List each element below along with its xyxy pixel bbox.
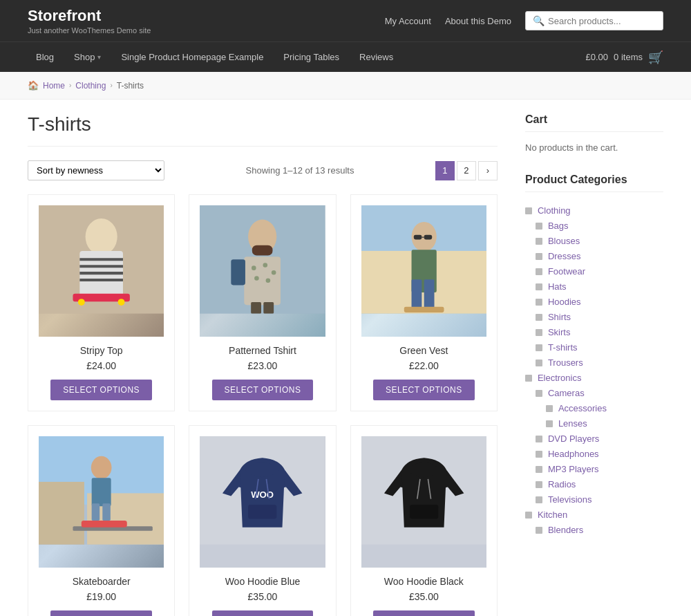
- select-options-button[interactable]: Select options: [50, 380, 152, 400]
- page-1-btn[interactable]: 1: [435, 161, 455, 180]
- select-options-button[interactable]: Select options: [212, 380, 314, 400]
- nav-blog[interactable]: Blog: [28, 42, 62, 72]
- select-options-button[interactable]: Select options: [373, 380, 475, 400]
- cat-electronics-link[interactable]: Electronics: [538, 373, 582, 383]
- folder-icon: [525, 512, 532, 519]
- nav-single-product[interactable]: Single Product Homepage Example: [113, 42, 272, 72]
- cat-mp3-link[interactable]: MP3 Players: [548, 464, 599, 474]
- site-tagline: Just another WooThemes Demo site: [28, 26, 151, 35]
- cart-widget-title: Cart: [525, 113, 663, 132]
- top-nav: My Account About this Demo 🔍: [385, 11, 663, 30]
- select-options-button[interactable]: Select options: [212, 610, 314, 616]
- cat-hoodies-link[interactable]: Hoodies: [548, 297, 581, 307]
- list-item: Hoodies: [525, 294, 663, 309]
- cat-blenders-link[interactable]: Blenders: [548, 525, 583, 535]
- svg-rect-30: [424, 279, 434, 310]
- svg-rect-29: [411, 279, 422, 310]
- main-nav: Blog Shop ▾ Single Product Homepage Exam…: [0, 41, 691, 72]
- cat-dvd-link[interactable]: DVD Players: [548, 433, 599, 444]
- cat-lenses-link[interactable]: Lenses: [558, 418, 587, 429]
- svg-rect-48: [410, 505, 438, 519]
- folder-icon: [536, 283, 542, 290]
- svg-point-18: [266, 278, 271, 283]
- list-item: Shirts: [525, 309, 663, 324]
- sort-select[interactable]: Sort by newness Sort by price: low to hi…: [28, 160, 164, 180]
- svg-point-14: [252, 265, 256, 270]
- folder-icon: [546, 420, 553, 427]
- top-bar: Storefront Just another WooThemes Demo s…: [0, 0, 691, 41]
- nav-shop[interactable]: Shop ▾: [66, 42, 109, 72]
- folder-icon: [536, 299, 542, 306]
- list-item: Trousers: [525, 355, 663, 370]
- search-input[interactable]: [548, 16, 659, 26]
- svg-rect-21: [264, 302, 274, 313]
- list-item: Lenses: [525, 416, 663, 431]
- svg-rect-37: [92, 478, 111, 506]
- categories-widget: Product Categories Clothing Bags Blouses: [525, 174, 663, 537]
- site-title: Storefront: [28, 7, 151, 25]
- svg-rect-31: [404, 307, 444, 312]
- list-item: Kitchen: [525, 507, 663, 522]
- nav-links: Blog Shop ▾ Single Product Homepage Exam…: [28, 42, 401, 72]
- product-card: Green Vest £22.00 Select options: [350, 194, 498, 411]
- my-account-link[interactable]: My Account: [385, 16, 431, 26]
- breadcrumb-clothing[interactable]: Clothing: [75, 81, 106, 91]
- cat-tshirts-link[interactable]: T-shirts: [548, 342, 578, 353]
- cat-trousers-link[interactable]: Trousers: [548, 357, 583, 368]
- svg-text:WOO: WOO: [252, 489, 274, 500]
- about-demo-link[interactable]: About this Demo: [445, 16, 511, 26]
- product-card: Skateboarder £19.00 Select options: [28, 425, 175, 616]
- product-name: Patterned Tshirt: [200, 345, 325, 356]
- cat-kitchen-link[interactable]: Kitchen: [538, 510, 567, 520]
- cat-televisions-link[interactable]: Televisions: [548, 494, 592, 505]
- cat-dresses-link[interactable]: Dresses: [548, 251, 581, 261]
- breadcrumb-sep-2: ›: [110, 82, 112, 89]
- folder-icon: [536, 223, 542, 230]
- product-image: [361, 205, 486, 337]
- list-item: Blouses: [525, 233, 663, 248]
- cat-radios-link[interactable]: Radios: [548, 479, 576, 489]
- select-options-button[interactable]: Select options: [373, 610, 475, 616]
- nav-pricing[interactable]: Pricing Tables: [275, 42, 348, 72]
- folder-icon: [536, 481, 542, 488]
- cat-cameras-link[interactable]: Cameras: [548, 388, 585, 398]
- product-card: Patterned Tshirt £23.00 Select options: [189, 194, 336, 411]
- list-item: Cameras: [525, 385, 663, 400]
- search-bar: 🔍: [525, 11, 663, 30]
- product-price: £35.00: [361, 591, 486, 602]
- page-next-btn[interactable]: ›: [478, 161, 498, 180]
- svg-point-8: [78, 299, 85, 306]
- product-image: [361, 436, 486, 568]
- svg-rect-34: [39, 482, 84, 545]
- cat-hats-link[interactable]: Hats: [548, 281, 567, 292]
- list-item: Blenders: [525, 522, 663, 537]
- sidebar: Cart No products in the cart. Product Ca…: [525, 113, 663, 616]
- cat-headphones-link[interactable]: Headphones: [548, 449, 599, 459]
- folder-icon: [536, 390, 542, 397]
- product-card: Woo Hoodie Black £35.00 Select options: [350, 425, 498, 616]
- svg-point-15: [263, 263, 268, 268]
- cat-bags-link[interactable]: Bags: [548, 221, 569, 231]
- svg-rect-38: [92, 503, 100, 521]
- page-2-btn[interactable]: 2: [457, 161, 476, 180]
- product-image: [200, 205, 325, 337]
- site-branding: Storefront Just another WooThemes Demo s…: [28, 7, 151, 35]
- folder-icon: [536, 253, 542, 260]
- list-item: Clothing: [525, 203, 663, 218]
- list-item: Accessories: [525, 400, 663, 416]
- cat-clothing-link[interactable]: Clothing: [538, 205, 571, 216]
- nav-reviews[interactable]: Reviews: [351, 42, 401, 72]
- cart-icon[interactable]: 🛒: [648, 50, 663, 65]
- svg-rect-43: [248, 505, 276, 519]
- cart-widget: Cart No products in the cart.: [525, 113, 663, 153]
- cat-shirts-link[interactable]: Shirts: [548, 312, 571, 322]
- cat-skirts-link[interactable]: Skirts: [548, 327, 571, 337]
- breadcrumb-home[interactable]: Home: [43, 81, 65, 91]
- cat-accessories-link[interactable]: Accessories: [558, 403, 607, 413]
- cat-footwear-link[interactable]: Footwear: [548, 266, 585, 277]
- folder-icon: [536, 451, 542, 458]
- product-grid: Stripy Top £24.00 Select options: [28, 194, 498, 616]
- cat-blouses-link[interactable]: Blouses: [548, 236, 580, 246]
- select-options-button[interactable]: Select options: [50, 610, 152, 616]
- category-list: Clothing Bags Blouses Dresses Footwear: [525, 203, 663, 537]
